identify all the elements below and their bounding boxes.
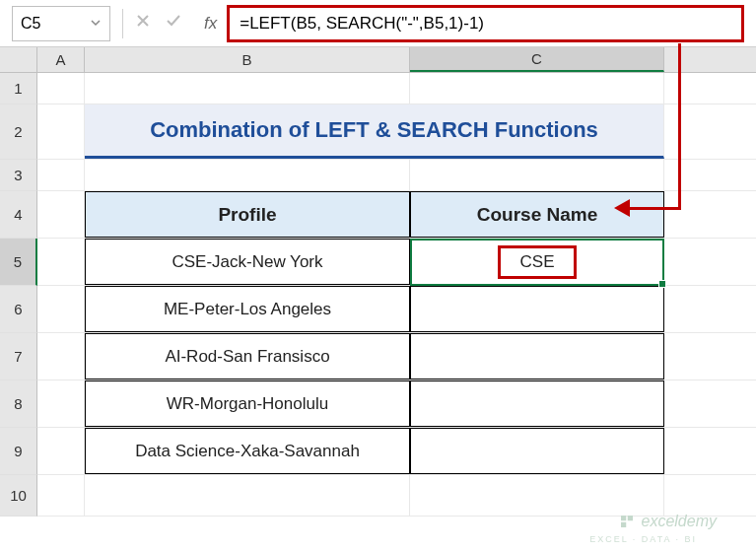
cell-B5[interactable]: CSE-Jack-New York <box>85 239 410 285</box>
cell-B10[interactable] <box>85 475 410 516</box>
cell-C9[interactable] <box>410 428 664 474</box>
cell-B6[interactable]: ME-Peter-Los Angeles <box>85 286 410 332</box>
watermark-subtitle: EXCEL · DATA · BI <box>589 534 697 544</box>
annotation-line-horizontal <box>627 207 681 210</box>
cell-A4[interactable] <box>37 191 85 238</box>
cell-A6[interactable] <box>37 286 85 332</box>
cell-C5[interactable]: CSE <box>410 239 664 285</box>
formula-text: =LEFT(B5, SEARCH("-",B5,1)-1) <box>240 14 484 34</box>
cell-A7[interactable] <box>37 333 85 380</box>
formula-bar: C5 fx =LEFT(B5, SEARCH("-",B5,1)-1) <box>0 0 756 47</box>
row-header-5[interactable]: 5 <box>0 239 37 286</box>
cell-B3[interactable] <box>85 160 410 190</box>
row-header-10[interactable]: 10 <box>0 475 37 517</box>
header-profile[interactable]: Profile <box>85 191 410 238</box>
accept-icon[interactable] <box>165 12 182 34</box>
row-header-3[interactable]: 3 <box>0 160 37 191</box>
cell-B8[interactable]: WR-Morgan-Honolulu <box>85 380 410 427</box>
cancel-icon[interactable] <box>135 13 151 34</box>
cell-C1[interactable] <box>410 73 664 104</box>
formula-controls: fx <box>135 12 217 34</box>
name-box[interactable]: C5 <box>12 6 110 41</box>
cell-B7[interactable]: AI-Rod-San Fransisco <box>85 333 410 380</box>
cell-A8[interactable] <box>37 380 85 427</box>
cell-A3[interactable] <box>37 160 85 190</box>
select-all-corner[interactable] <box>0 47 37 72</box>
cell-C7[interactable] <box>410 333 664 380</box>
cell-A5[interactable] <box>37 239 85 285</box>
cell-B9[interactable]: Data Science-Xaka-Savannah <box>85 428 410 474</box>
col-header-B[interactable]: B <box>85 47 410 72</box>
spreadsheet-grid: A B C 1 2 3 4 5 6 7 8 9 10 Combination <box>0 47 756 517</box>
title-cell[interactable]: Combination of LEFT & SEARCH Functions <box>85 104 664 159</box>
row-header-4[interactable]: 4 <box>0 191 37 239</box>
col-header-C[interactable]: C <box>410 47 664 72</box>
row-header-8[interactable]: 8 <box>0 380 37 428</box>
result-value: CSE <box>498 245 578 279</box>
cell-A9[interactable] <box>37 428 85 474</box>
column-headers: A B C <box>0 47 756 73</box>
cell-A1[interactable] <box>37 73 85 104</box>
row-header-9[interactable]: 9 <box>0 428 37 475</box>
row-header-7[interactable]: 7 <box>0 333 37 380</box>
cell-B1[interactable] <box>85 73 410 104</box>
divider <box>122 9 123 38</box>
name-box-value: C5 <box>21 15 40 33</box>
row-headers: 1 2 3 4 5 6 7 8 9 10 <box>0 73 37 517</box>
col-header-A[interactable]: A <box>37 47 85 72</box>
row-header-1[interactable]: 1 <box>0 73 37 104</box>
cells-area[interactable]: Combination of LEFT & SEARCH Functions P… <box>37 73 756 517</box>
cell-A10[interactable] <box>37 475 85 516</box>
annotation-line-vertical <box>678 43 681 209</box>
cell-C8[interactable] <box>410 380 664 427</box>
watermark-text: exceldemy <box>642 513 717 530</box>
cell-C6[interactable] <box>410 286 664 332</box>
watermark: exceldemy <box>618 513 717 530</box>
cell-A2[interactable] <box>37 104 85 159</box>
fx-icon[interactable]: fx <box>204 14 217 34</box>
cell-C3[interactable] <box>410 160 664 190</box>
row-header-2[interactable]: 2 <box>0 104 37 160</box>
formula-input[interactable]: =LEFT(B5, SEARCH("-",B5,1)-1) <box>227 5 744 42</box>
cell-C10[interactable] <box>410 475 664 516</box>
annotation-arrow-icon <box>614 199 630 217</box>
watermark-logo-icon <box>618 513 636 530</box>
row-header-6[interactable]: 6 <box>0 286 37 333</box>
chevron-down-icon[interactable] <box>90 15 102 33</box>
